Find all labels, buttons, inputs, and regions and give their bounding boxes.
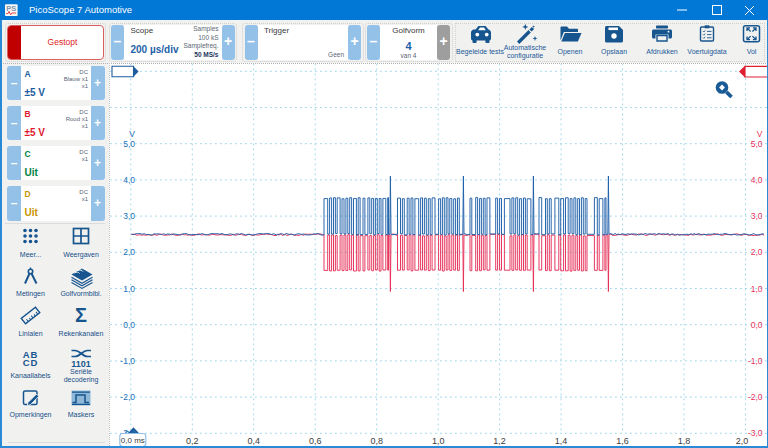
svg-text:1,0: 1,0 <box>432 436 445 446</box>
svg-text:V: V <box>129 129 135 139</box>
svg-text:0,8: 0,8 <box>370 436 383 446</box>
svg-text:2,0: 2,0 <box>123 247 135 257</box>
svg-text:0,4: 0,4 <box>247 436 260 446</box>
svg-text:1,0: 1,0 <box>123 284 135 294</box>
svg-text:2,0: 2,0 <box>736 436 749 446</box>
svg-text:1,6: 1,6 <box>616 436 629 446</box>
svg-text:0,0 ms: 0,0 ms <box>121 436 145 445</box>
svg-text:4,0: 4,0 <box>123 175 135 185</box>
svg-text:1,0: 1,0 <box>751 284 763 294</box>
svg-text:2,0: 2,0 <box>751 247 763 257</box>
svg-text:CD: CD <box>23 357 39 368</box>
svg-text:0,0: 0,0 <box>751 320 763 330</box>
svg-text:-3,0: -3,0 <box>748 428 763 438</box>
svg-text:-2,0: -2,0 <box>748 392 763 402</box>
svg-text:0,0: 0,0 <box>123 320 135 330</box>
svg-text:0,2: 0,2 <box>186 436 199 446</box>
svg-text:-1,0: -1,0 <box>748 356 763 366</box>
svg-text:5,0: 5,0 <box>751 139 763 149</box>
svg-text:PS: PS <box>6 4 16 13</box>
svg-text:3,0: 3,0 <box>751 211 763 221</box>
svg-text:-2,0: -2,0 <box>120 392 135 402</box>
svg-text:1,8: 1,8 <box>678 436 691 446</box>
svg-text:Σ: Σ <box>75 304 87 326</box>
svg-text:4,0: 4,0 <box>751 175 763 185</box>
svg-text:1,4: 1,4 <box>555 436 568 446</box>
svg-text:-1,0: -1,0 <box>120 356 135 366</box>
svg-text:0,6: 0,6 <box>309 436 322 446</box>
svg-text:3,0: 3,0 <box>123 211 135 221</box>
svg-text:1,2: 1,2 <box>493 436 506 446</box>
svg-text:5,0: 5,0 <box>123 139 135 149</box>
svg-text:V: V <box>757 129 763 139</box>
